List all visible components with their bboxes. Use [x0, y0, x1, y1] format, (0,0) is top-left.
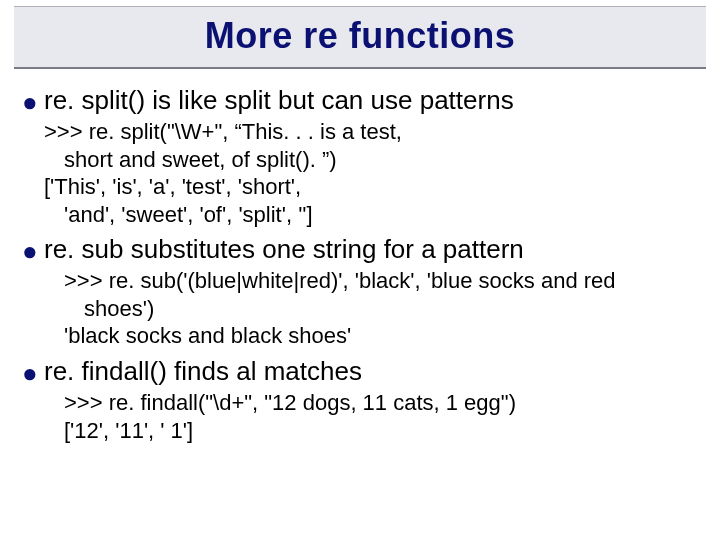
- bullet-point: ● re. findall() finds al matches: [22, 356, 698, 387]
- bullet-text: re. findall() finds al matches: [44, 356, 362, 386]
- code-line: ['This', 'is', 'a', 'test', 'short',: [44, 173, 698, 201]
- bullet-point: ● re. sub substitutes one string for a p…: [22, 234, 698, 265]
- bullet-text: re. sub substitutes one string for a pat…: [44, 234, 524, 264]
- code-line: 'and', 'sweet', 'of', 'split', '']: [44, 201, 698, 229]
- code-line: 'black socks and black shoes': [44, 322, 698, 350]
- code-line: >>> re. split("\W+", “This. . . is a tes…: [44, 119, 402, 144]
- slide-title: More re functions: [14, 15, 706, 57]
- bullet-icon: ●: [22, 87, 38, 118]
- bullet-point: ● re. split() is like split but can use …: [22, 85, 698, 116]
- bullet-icon: ●: [22, 236, 38, 267]
- code-line: short and sweet, of split(). ”): [44, 146, 698, 174]
- code-block: >>> re. split("\W+", “This. . . is a tes…: [44, 118, 698, 228]
- code-line: >>> re. findall("\d+", "12 dogs, 11 cats…: [44, 389, 698, 417]
- title-bar: More re functions: [14, 6, 706, 69]
- code-block: >>> re. findall("\d+", "12 dogs, 11 cats…: [44, 389, 698, 444]
- code-line: shoes'): [44, 295, 698, 323]
- code-block: >>> re. sub('(blue|white|red)', 'black',…: [44, 267, 698, 350]
- slide-body: ● re. split() is like split but can use …: [0, 75, 720, 444]
- bullet-text: re. split() is like split but can use pa…: [44, 85, 514, 115]
- code-line: >>> re. sub('(blue|white|red)', 'black',…: [44, 267, 698, 295]
- bullet-icon: ●: [22, 358, 38, 389]
- slide: More re functions ● re. split() is like …: [0, 6, 720, 540]
- code-line: ['12', '11', ' 1']: [44, 417, 698, 445]
